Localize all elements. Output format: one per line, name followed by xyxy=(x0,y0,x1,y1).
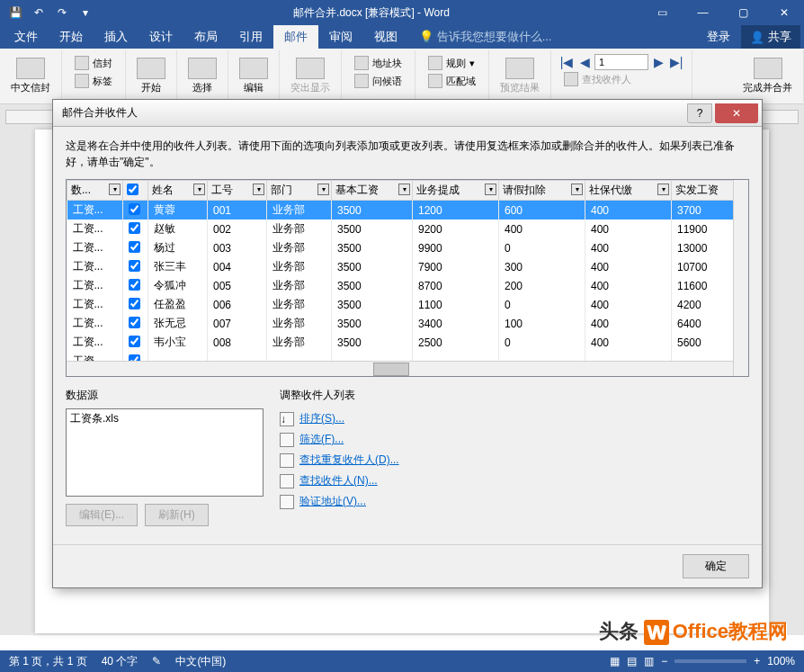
col-commission[interactable]: 业务提成▾ xyxy=(413,181,499,201)
table-row[interactable]: 工资...令狐冲005业务部3500870020040011600 xyxy=(67,276,748,295)
zoom-out-button[interactable]: − xyxy=(661,655,667,668)
login-link[interactable]: 登录 xyxy=(696,25,741,49)
col-insurance[interactable]: 社保代缴▾ xyxy=(585,181,672,201)
finish-merge-button[interactable]: 完成并合并 xyxy=(739,56,796,96)
sort-link[interactable]: ↓排序(S)... xyxy=(280,408,749,429)
chevron-down-icon[interactable]: ▾ xyxy=(485,184,496,195)
zoom-level[interactable]: 100% xyxy=(767,655,795,668)
row-checkbox[interactable] xyxy=(129,317,140,328)
datasource-item[interactable]: 工资条.xls xyxy=(70,411,259,426)
table-row[interactable]: 工资...赵敏002业务部3500920040040011900 xyxy=(67,220,748,238)
find-recipient-button[interactable]: 查找收件人 xyxy=(558,70,637,88)
tab-layout[interactable]: 布局 xyxy=(183,25,228,49)
ok-button[interactable]: 确定 xyxy=(683,554,749,578)
last-record-button[interactable]: ▶| xyxy=(668,54,684,70)
tab-review[interactable]: 审阅 xyxy=(318,25,363,49)
table-row[interactable]: 工资...黄蓉001业务部350012006004003700 xyxy=(67,201,748,220)
redo-icon[interactable]: ↷ xyxy=(54,4,70,21)
tab-view[interactable]: 视图 xyxy=(363,25,408,49)
edit-recipients-button[interactable]: 编辑 xyxy=(236,56,272,96)
row-checkbox[interactable] xyxy=(129,279,140,291)
row-checkbox[interactable] xyxy=(129,336,140,347)
table-row[interactable]: 工资...韦小宝008业务部3500250004005600 xyxy=(67,333,748,352)
table-row[interactable]: 工资...张三丰004业务部3500790030040010700 xyxy=(67,257,748,276)
prev-record-button[interactable]: ◀ xyxy=(576,54,593,70)
start-merge-button[interactable]: 开始 xyxy=(133,56,169,96)
row-checkbox[interactable] xyxy=(129,260,140,272)
rules-button[interactable]: 规则 ▾ xyxy=(423,54,480,72)
col-dept[interactable]: 部门▾ xyxy=(267,181,332,201)
zoom-in-button[interactable]: + xyxy=(754,655,760,668)
col-source[interactable]: 数...▾ xyxy=(67,181,123,201)
tab-references[interactable]: 引用 xyxy=(228,25,273,49)
chevron-down-icon[interactable]: ▾ xyxy=(253,184,264,195)
row-checkbox[interactable] xyxy=(129,222,140,234)
table-row[interactable]: 工资...张无忌007业务部350034001004006400 xyxy=(67,314,748,333)
highlight-button[interactable]: 突出显示 xyxy=(287,56,334,96)
view-web-icon[interactable]: ▥ xyxy=(644,655,654,668)
maximize-icon[interactable]: ▢ xyxy=(723,0,764,25)
close-icon[interactable]: ✕ xyxy=(764,0,804,25)
first-record-button[interactable]: |◀ xyxy=(558,54,575,70)
row-checkbox[interactable] xyxy=(129,298,140,309)
record-number-input[interactable] xyxy=(594,54,648,70)
language-status[interactable]: 中文(中国) xyxy=(175,654,226,669)
cn-envelope-button[interactable]: 中文信封 xyxy=(7,56,54,96)
tab-design[interactable]: 设计 xyxy=(138,25,183,49)
undo-icon[interactable]: ↶ xyxy=(31,4,47,21)
vertical-scrollbar[interactable] xyxy=(733,180,748,376)
refresh-button[interactable]: 刷新(H) xyxy=(145,504,209,526)
col-base[interactable]: 基本工资▾ xyxy=(332,181,413,201)
row-checkbox[interactable] xyxy=(129,203,140,215)
table-row[interactable]: 工资...任盈盈006业务部3500110004004200 xyxy=(67,295,748,314)
chevron-down-icon[interactable]: ▾ xyxy=(109,184,121,195)
zoom-slider[interactable] xyxy=(674,659,746,663)
col-id[interactable]: 工号▾ xyxy=(208,181,267,201)
find-recipient-link[interactable]: 查找收件人(N)... xyxy=(280,470,749,491)
qat-customize-icon[interactable]: ▾ xyxy=(77,4,94,21)
select-recipients-button[interactable]: 选择 xyxy=(184,56,220,96)
save-icon[interactable]: 💾 xyxy=(7,4,23,21)
greeting-button[interactable]: 问候语 xyxy=(349,72,407,90)
chevron-down-icon[interactable]: ▾ xyxy=(398,184,410,195)
word-count[interactable]: 40 个字 xyxy=(102,654,138,669)
col-check[interactable] xyxy=(123,181,148,201)
chevron-down-icon[interactable]: ▾ xyxy=(317,184,329,195)
share-button[interactable]: 👤共享 xyxy=(741,25,800,49)
select-all-checkbox[interactable] xyxy=(127,184,138,195)
horizontal-scrollbar[interactable] xyxy=(67,361,733,376)
tell-me[interactable]: 💡 告诉我您想要做什么... xyxy=(408,25,562,49)
dialog-close-button[interactable]: ✕ xyxy=(715,103,758,123)
filter-link[interactable]: 筛选(F)... xyxy=(280,429,749,450)
envelope-button[interactable]: 信封 xyxy=(69,54,118,72)
datasource-listbox[interactable]: 工资条.xls xyxy=(66,408,264,497)
find-dupes-link[interactable]: 查找重复收件人(D)... xyxy=(280,450,749,470)
tab-mailings[interactable]: 邮件 xyxy=(273,25,318,49)
labels-button[interactable]: 标签 xyxy=(69,72,118,90)
preview-button[interactable]: 预览结果 xyxy=(496,56,543,96)
chevron-down-icon[interactable]: ▾ xyxy=(193,184,205,195)
table-row[interactable]: 工资...杨过003业务部35009900040013000 xyxy=(67,238,748,257)
dialog-help-button[interactable]: ? xyxy=(687,103,712,123)
edit-button[interactable]: 编辑(E)... xyxy=(66,504,138,526)
spell-check-icon[interactable]: ✎ xyxy=(152,655,161,668)
minimize-icon[interactable]: — xyxy=(683,0,723,25)
address-block-button[interactable]: 地址块 xyxy=(349,54,407,72)
tab-file[interactable]: 文件 xyxy=(4,25,49,49)
col-name[interactable]: 姓名▾ xyxy=(148,181,208,201)
scrollbar-thumb[interactable] xyxy=(373,363,409,376)
view-read-icon[interactable]: ▤ xyxy=(627,655,637,668)
validate-link[interactable]: 验证地址(V)... xyxy=(280,491,749,512)
row-checkbox[interactable] xyxy=(129,241,140,253)
dialog-titlebar[interactable]: 邮件合并收件人 ? ✕ xyxy=(53,100,762,127)
next-record-button[interactable]: ▶ xyxy=(650,54,666,70)
ribbon-display-icon[interactable]: ▭ xyxy=(642,0,683,25)
page-status[interactable]: 第 1 页，共 1 页 xyxy=(9,654,87,669)
col-deduction[interactable]: 请假扣除▾ xyxy=(499,181,585,201)
match-fields-button[interactable]: 匹配域 xyxy=(423,72,481,90)
tab-insert[interactable]: 插入 xyxy=(94,25,138,49)
tab-home[interactable]: 开始 xyxy=(49,25,94,49)
chevron-down-icon[interactable]: ▾ xyxy=(657,184,669,195)
chevron-down-icon[interactable]: ▾ xyxy=(571,184,583,195)
view-print-icon[interactable]: ▦ xyxy=(610,655,620,668)
